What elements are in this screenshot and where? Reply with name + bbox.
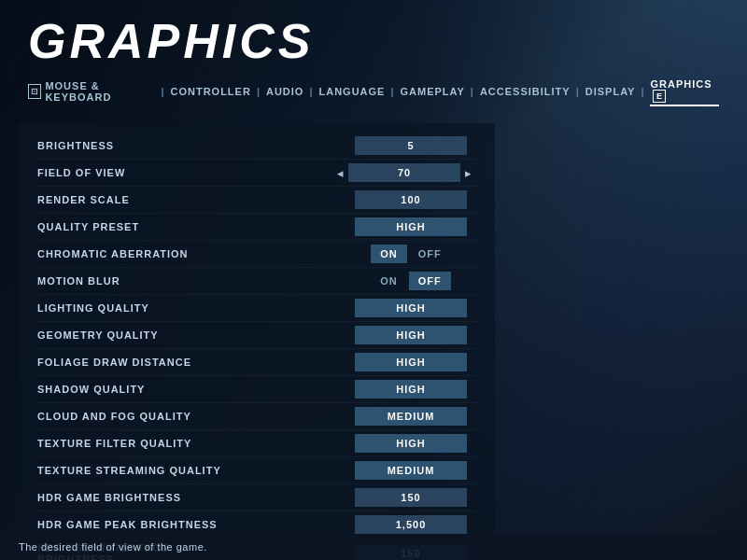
setting-row-motion-blur: MOTION BLUR ON OFF <box>37 268 476 295</box>
setting-label-hdr-game-brightness: HDR GAME BRIGHTNESS <box>37 492 224 503</box>
setting-control-quality-preset: HIGH <box>345 217 476 236</box>
sidebar-item-audio[interactable]: AUDIO <box>266 84 303 99</box>
status-text: The desired field of view of the game. <box>19 541 207 553</box>
settings-panel: BRIGHTNESS 5 FIELD OF VIEW ◂ 70 ▸ RENDER… <box>19 123 495 560</box>
setting-row-render-scale: RENDER SCALE 100 <box>37 187 476 214</box>
setting-row-texture-streaming-quality: TEXTURE STREAMING QUALITY MEDIUM <box>37 457 476 484</box>
setting-row-foliage-draw-distance: FOLIAGE DRAW DISTANCE HIGH <box>37 349 476 376</box>
header: GRAPHICS ⊡ MOUSE & KEYBOARD | CONTROLLER… <box>0 0 747 116</box>
setting-row-shadow-quality: SHADOW QUALITY HIGH <box>37 376 476 403</box>
field-of-view-right-arrow[interactable]: ▸ <box>460 166 476 180</box>
setting-row-cloud-fog-quality: CLOUD AND FOG QUALITY MEDIUM <box>37 403 476 430</box>
setting-row-hdr-game-brightness: HDR GAME BRIGHTNESS 150 <box>37 484 476 511</box>
setting-control-foliage-draw-distance: HIGH <box>345 353 476 371</box>
setting-label-hdr-peak-brightness: HDR GAME PEAK BRIGHTNESS <box>37 519 224 530</box>
lighting-quality-value[interactable]: HIGH <box>355 299 467 317</box>
sidebar-item-mouse-keyboard[interactable]: MOUSE & KEYBOARD <box>45 78 155 105</box>
setting-control-texture-filter-quality: HIGH <box>345 434 476 453</box>
setting-label-texture-streaming-quality: TEXTURE STREAMING QUALITY <box>37 465 224 476</box>
setting-control-cloud-fog-quality: MEDIUM <box>345 407 476 426</box>
hdr-game-brightness-value[interactable]: 150 <box>355 488 467 507</box>
setting-row-geometry-quality: GEOMETRY QUALITY HIGH <box>37 322 476 349</box>
quality-preset-value[interactable]: HIGH <box>355 217 467 236</box>
sidebar-item-accessibility[interactable]: ACCESSIBILITY <box>480 84 571 99</box>
setting-control-brightness: 5 <box>345 136 476 155</box>
texture-filter-quality-value[interactable]: HIGH <box>355 434 467 453</box>
setting-control-geometry-quality: HIGH <box>345 326 476 344</box>
setting-label-chromatic-aberration: CHROMATIC ABERRATION <box>37 248 224 259</box>
setting-control-render-scale: 100 <box>345 190 476 209</box>
sidebar-item-language[interactable]: LANGUAGE <box>318 84 385 99</box>
shadow-quality-value[interactable]: HIGH <box>355 380 467 399</box>
setting-control-motion-blur: ON OFF <box>345 272 476 290</box>
setting-label-foliage-draw-distance: FOLIAGE DRAW DISTANCE <box>37 357 224 368</box>
setting-control-hdr-peak-brightness: 1,500 <box>345 515 476 534</box>
setting-row-field-of-view: FIELD OF VIEW ◂ 70 ▸ <box>37 160 476 187</box>
status-bar: The desired field of view of the game. <box>0 534 747 560</box>
texture-streaming-quality-value[interactable]: MEDIUM <box>355 461 467 480</box>
render-scale-value[interactable]: 100 <box>355 190 467 209</box>
setting-row-quality-preset: QUALITY PRESET HIGH <box>37 214 476 241</box>
cloud-fog-quality-value[interactable]: MEDIUM <box>355 407 467 426</box>
motion-blur-off[interactable]: OFF <box>409 272 451 290</box>
motion-blur-on[interactable]: ON <box>371 272 407 290</box>
setting-label-render-scale: RENDER SCALE <box>37 194 224 205</box>
navigation-bar: ⊡ MOUSE & KEYBOARD | CONTROLLER | AUDIO … <box>28 77 719 106</box>
chromatic-aberration-on[interactable]: ON <box>371 245 407 263</box>
setting-label-cloud-fog-quality: CLOUD AND FOG QUALITY <box>37 411 224 422</box>
setting-row-texture-filter-quality: TEXTURE FILTER QUALITY HIGH <box>37 430 476 457</box>
active-badge: E <box>653 90 666 103</box>
setting-label-lighting-quality: LIGHTING QUALITY <box>37 302 224 314</box>
setting-row-brightness: BRIGHTNESS 5 <box>37 133 476 160</box>
sidebar-item-gameplay[interactable]: GAMEPLAY <box>401 84 465 99</box>
setting-label-shadow-quality: SHADOW QUALITY <box>37 384 224 395</box>
brightness-value[interactable]: 5 <box>355 136 467 155</box>
field-of-view-left-arrow[interactable]: ◂ <box>332 166 348 180</box>
sidebar-item-controller[interactable]: CONTROLLER <box>170 84 250 99</box>
hdr-peak-brightness-value[interactable]: 1,500 <box>355 515 467 534</box>
setting-label-geometry-quality: GEOMETRY QUALITY <box>37 329 224 341</box>
setting-control-hdr-game-brightness: 150 <box>345 488 476 507</box>
foliage-draw-distance-value[interactable]: HIGH <box>355 353 467 371</box>
setting-control-field-of-view: ◂ 70 ▸ <box>332 163 476 182</box>
sidebar-item-graphics[interactable]: GRAPHICSE <box>650 77 719 106</box>
setting-label-quality-preset: QUALITY PRESET <box>37 221 224 232</box>
setting-label-motion-blur: MOTION BLUR <box>37 275 224 287</box>
main-content: GRAPHICS ⊡ MOUSE & KEYBOARD | CONTROLLER… <box>0 0 747 560</box>
setting-control-lighting-quality: HIGH <box>345 299 476 317</box>
setting-control-texture-streaming-quality: MEDIUM <box>345 461 476 480</box>
geometry-quality-value[interactable]: HIGH <box>355 326 467 344</box>
setting-control-chromatic-aberration: ON OFF <box>345 245 476 263</box>
page-title: GRAPHICS <box>28 17 719 65</box>
setting-row-lighting-quality: LIGHTING QUALITY HIGH <box>37 295 476 322</box>
sidebar-item-display[interactable]: DISPLAY <box>585 84 636 99</box>
setting-row-chromatic-aberration: CHROMATIC ABERRATION ON OFF <box>37 241 476 268</box>
field-of-view-value: 70 <box>348 163 460 182</box>
setting-label-brightness: BRIGHTNESS <box>37 140 224 151</box>
nav-controller-icon: ⊡ <box>28 84 41 99</box>
setting-label-field-of-view: FIELD OF VIEW <box>37 167 224 178</box>
chromatic-aberration-off[interactable]: OFF <box>409 245 451 263</box>
setting-label-texture-filter-quality: TEXTURE FILTER QUALITY <box>37 438 224 449</box>
setting-control-shadow-quality: HIGH <box>345 380 476 399</box>
